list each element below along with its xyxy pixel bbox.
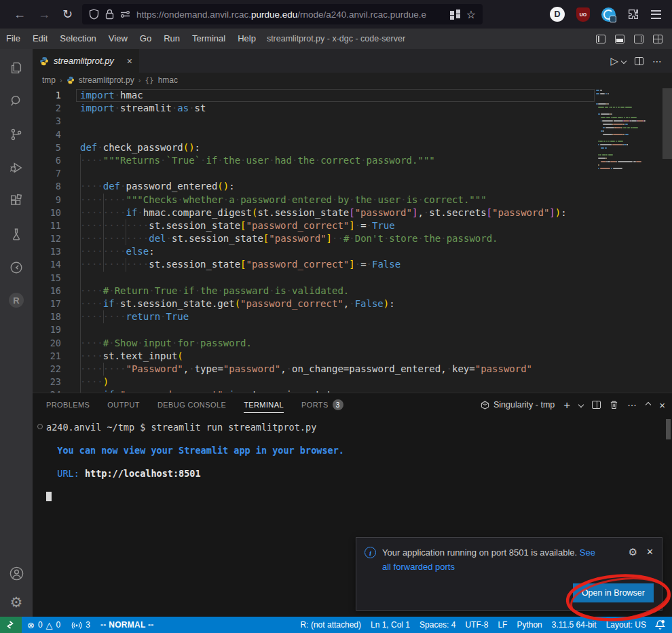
notification-settings-gear-icon[interactable]: ⚙ — [629, 547, 637, 557]
back-button[interactable]: ← — [14, 8, 26, 20]
forward-button[interactable]: → — [38, 8, 50, 20]
breadcrumb-symbol[interactable]: hmac — [158, 75, 178, 85]
extensions-icon[interactable] — [8, 193, 24, 209]
code-line-21[interactable]: 21····st.text_input( — [33, 350, 596, 363]
split-terminal-icon[interactable] — [592, 401, 601, 409]
panel-tab-debug-console[interactable]: DEBUG CONSOLE — [157, 394, 226, 416]
status-item-language-mode[interactable]: Python — [512, 620, 546, 630]
command-decoration-icon[interactable] — [37, 424, 43, 429]
account-avatar[interactable]: D — [550, 7, 565, 22]
notifications-bell-icon[interactable] — [655, 619, 665, 630]
breadcrumb-file[interactable]: streamlitprot.py — [79, 75, 134, 85]
code-line-15[interactable]: 15 — [33, 272, 596, 285]
menu-item-selection[interactable]: Selection — [54, 29, 102, 49]
code-line-1[interactable]: 1import·hmac — [33, 89, 596, 102]
code-line-7[interactable]: 7 — [33, 167, 596, 180]
ublock-icon[interactable]: UO — [576, 7, 590, 22]
extensions-puzzle-icon[interactable] — [627, 8, 639, 20]
vim-mode-indicator[interactable]: -- NORMAL -- — [96, 620, 159, 630]
toggle-panel-icon[interactable] — [615, 35, 624, 43]
search-icon[interactable] — [8, 93, 24, 109]
menu-item-file[interactable]: File — [0, 29, 26, 49]
code-line-18[interactable]: 18········return·True — [33, 310, 596, 323]
code-line-4[interactable]: 4 — [33, 128, 596, 141]
panel-tab-output[interactable]: OUTPUT — [107, 394, 140, 416]
code-editor[interactable]: 1import·hmac2import·streamlit·as·st345de… — [33, 88, 672, 393]
toggle-sidebar-icon[interactable] — [596, 35, 605, 43]
close-panel-icon[interactable]: × — [659, 399, 665, 411]
maximize-panel-icon[interactable] — [646, 402, 651, 408]
code-line-8[interactable]: 8····def·password_entered(): — [33, 180, 596, 193]
more-actions-icon[interactable]: ⋯ — [652, 56, 662, 67]
forwarded-ports-status[interactable]: 3 — [66, 620, 96, 630]
explorer-icon[interactable] — [8, 60, 24, 76]
status-item-python-version[interactable]: 3.11.5 64-bit — [547, 620, 601, 630]
code-line-16[interactable]: 16····#·Return·True·if·the·passward·is·v… — [33, 285, 596, 297]
menu-item-edit[interactable]: Edit — [26, 29, 54, 49]
run-python-button[interactable]: ▷ — [610, 55, 626, 67]
terminal-scrollbar[interactable] — [666, 419, 671, 439]
notification-close-icon[interactable]: ✕ — [646, 547, 654, 557]
containers-grid-icon[interactable] — [450, 10, 460, 20]
status-item-eol-sequence[interactable]: LF — [493, 620, 512, 630]
reload-button[interactable]: ↻ — [62, 8, 73, 20]
code-line-22[interactable]: 22········"Password",·type="password",·o… — [33, 363, 596, 376]
code-line-23[interactable]: 23····) — [33, 376, 596, 388]
status-item-indentation[interactable]: Spaces: 4 — [415, 620, 460, 630]
tracking-shield-icon[interactable] — [89, 9, 99, 20]
split-editor-icon[interactable] — [635, 57, 643, 65]
code-line-19[interactable]: 19 — [33, 323, 596, 336]
menu-item-go[interactable]: Go — [134, 29, 157, 49]
r-language-icon[interactable]: R — [9, 293, 24, 308]
minimap[interactable] — [596, 89, 662, 170]
code-line-12[interactable]: 12············del·st.session_state["pass… — [33, 232, 596, 245]
url-bar[interactable]: https://ondemand.anvil.rcac.purdue.edu/r… — [82, 4, 483, 24]
code-line-17[interactable]: 17····if·st.session_state.get("password_… — [33, 297, 596, 310]
code-line-3[interactable]: 3 — [33, 115, 596, 128]
run-debug-icon[interactable] — [8, 160, 24, 176]
terminal-picker[interactable]: Singularity - tmp — [481, 400, 555, 410]
tab-close-icon[interactable]: × — [127, 56, 132, 67]
status-item-cursor-position[interactable]: Ln 1, Col 1 — [366, 620, 415, 630]
code-line-11[interactable]: 11············st.session_state["password… — [33, 219, 596, 232]
run-dropdown-icon[interactable] — [621, 58, 627, 63]
permissions-icon[interactable] — [120, 10, 130, 18]
status-item-encoding[interactable]: UTF-8 — [460, 620, 493, 630]
panel-tab-terminal[interactable]: TERMINAL — [244, 394, 284, 416]
menu-icon[interactable] — [651, 10, 661, 19]
menu-item-run[interactable]: Run — [157, 29, 186, 49]
code-line-6[interactable]: 6····"""Returns·`True`·if·the·user·had·t… — [33, 154, 596, 167]
remote-indicator[interactable] — [0, 617, 22, 633]
terminal-dropdown-icon[interactable] — [578, 402, 584, 408]
clock-gauge-icon[interactable] — [8, 259, 24, 276]
url-text[interactable]: https://ondemand.anvil.rcac.purdue.edu/r… — [136, 10, 444, 20]
problems-status[interactable]: ⊗ 0 △ 0 — [22, 620, 66, 630]
bookmark-star-icon[interactable]: ☆ — [466, 8, 476, 21]
status-item-keyboard-layout[interactable]: Layout: US — [601, 620, 651, 630]
status-item-debugger-status[interactable]: R: (not attached) — [296, 620, 366, 630]
code-line-9[interactable]: 9········"""Checks·whether·a·password·en… — [33, 194, 596, 206]
privacy-extension-icon[interactable] — [601, 7, 616, 22]
lock-icon[interactable] — [105, 9, 114, 20]
accounts-icon[interactable] — [8, 565, 24, 581]
menu-item-terminal[interactable]: Terminal — [186, 29, 231, 49]
menu-item-view[interactable]: View — [102, 29, 134, 49]
code-line-13[interactable]: 13········else: — [33, 245, 596, 258]
editor-scrollbar[interactable] — [662, 88, 672, 159]
breadcrumb-folder[interactable]: tmp — [42, 75, 56, 85]
code-line-14[interactable]: 14············st.session_state["password… — [33, 258, 596, 271]
settings-gear-icon[interactable]: ⚙ — [8, 594, 24, 610]
tab-streamlitprot[interactable]: streamlitprot.py × — [33, 49, 140, 73]
panel-more-actions-icon[interactable]: ⋯ — [627, 399, 637, 410]
toggle-secondary-sidebar-icon[interactable] — [634, 35, 643, 43]
code-line-2[interactable]: 2import·streamlit·as·st — [33, 102, 596, 115]
code-line-10[interactable]: 10········if·hmac.compare_digest(st.sess… — [33, 206, 596, 219]
kill-terminal-trash-icon[interactable] — [610, 400, 618, 410]
panel-tab-ports[interactable]: PORTS3 — [301, 394, 343, 416]
new-terminal-button[interactable]: + — [563, 399, 570, 411]
menu-item-help[interactable]: Help — [231, 29, 262, 49]
customize-layout-icon[interactable] — [653, 35, 662, 43]
testing-beaker-icon[interactable] — [8, 226, 24, 242]
code-line-5[interactable]: 5def·check_password(): — [33, 141, 596, 154]
open-in-browser-button[interactable]: Open in Browser — [573, 583, 654, 602]
